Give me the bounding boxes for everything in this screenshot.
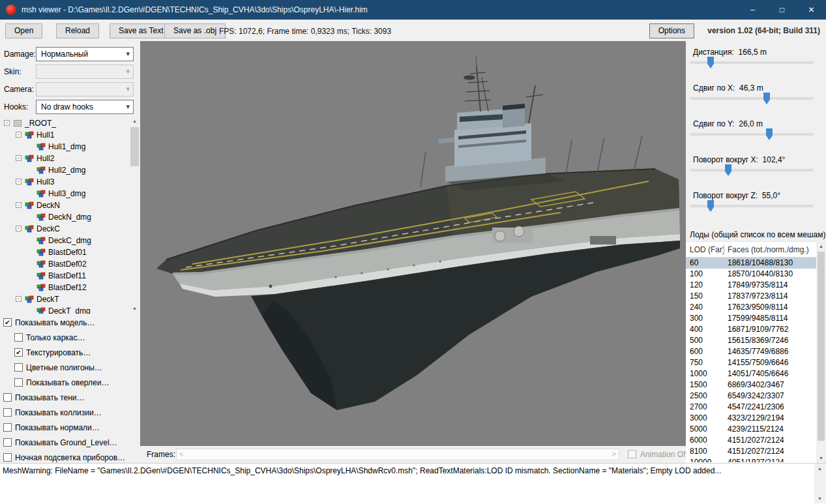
tree-item-deckt[interactable]: -DeckT (0, 293, 129, 305)
lod-table-row[interactable]: 30004323/2129/2194 (686, 413, 816, 424)
checkbox-night-instrument-lighting[interactable]: Ночная подсветка приборов… (0, 452, 140, 463)
faces-value: 4051/1927/2124 (728, 458, 784, 462)
checkbox-box[interactable] (14, 333, 23, 342)
collapse-toggle[interactable]: - (16, 202, 22, 208)
lod-table-row[interactable]: 100004051/1927/2124 (686, 457, 816, 462)
shift-x-slider-track[interactable] (690, 97, 814, 100)
checkbox-colored-polygons[interactable]: Цветные полигоны… (0, 363, 140, 373)
lod-table-row[interactable]: 50015615/8369/7246 (686, 335, 816, 346)
checkbox-label: Показывать Ground_Level… (15, 438, 117, 447)
lod-scrollbar[interactable]: ▲▼ (816, 241, 826, 463)
checkbox-box[interactable] (3, 453, 12, 462)
frames-scrollbar[interactable]: < > (176, 449, 619, 460)
lod-table-row[interactable]: 40016871/9109/7762 (686, 324, 816, 335)
lod-table-row[interactable]: 6018618/10488/8130 (686, 258, 816, 269)
collapse-toggle[interactable]: - (4, 120, 10, 126)
close-button[interactable]: ✕ (797, 0, 826, 20)
lod-table-row[interactable]: 24017623/9509/8114 (686, 302, 816, 313)
checkbox-box[interactable]: ✔ (14, 348, 23, 357)
lod-table-row[interactable]: 15017837/9723/8114 (686, 291, 816, 302)
shift-x-slider-thumb[interactable] (763, 93, 770, 104)
scroll-up-arrow[interactable]: ▲ (814, 464, 825, 473)
save-as-obj-button[interactable]: Save as .obj (164, 23, 226, 38)
checkbox-box[interactable] (3, 438, 12, 447)
distance-slider-thumb[interactable] (707, 57, 714, 68)
tree-item-hull3_dmg[interactable]: Hull3_dmg (0, 188, 129, 200)
shift-y-slider-track[interactable] (690, 133, 814, 136)
tree-item-blastdef12[interactable]: BlastDef12 (0, 282, 129, 293)
options-button[interactable]: Options (649, 23, 694, 38)
lod-table-row[interactable]: 10018570/10440/8130 (686, 269, 816, 280)
checkbox-box[interactable] (14, 378, 23, 387)
status-scrollbar[interactable]: ▲▼ (814, 464, 825, 503)
scroll-down-arrow[interactable]: ▼ (816, 453, 826, 463)
tree-item-blastdef02[interactable]: BlastDef02 (0, 258, 129, 270)
tree-item-hull2[interactable]: -Hull2 (0, 153, 129, 164)
checkbox-box[interactable] (628, 450, 636, 458)
checkbox-box[interactable] (3, 393, 12, 402)
tree-item-_root_[interactable]: -_ROOT_ (0, 117, 129, 129)
checkbox-box[interactable] (14, 363, 23, 372)
lod-table-row[interactable]: 100014051/7405/6646 (686, 368, 816, 379)
collapse-toggle[interactable]: - (16, 155, 22, 161)
viewport-3d[interactable] (140, 41, 686, 446)
checkbox-show-normals[interactable]: Показывать нормали… (0, 422, 140, 433)
tree-item-deckc[interactable]: -DeckC (0, 223, 129, 235)
frames-left-arrow[interactable]: < (179, 450, 183, 458)
checkbox-show-ground-level[interactable]: Показывать Ground_Level… (0, 437, 140, 448)
tree-scrollbar[interactable]: ▲▼ (129, 116, 140, 314)
lod-table-row[interactable]: 60004151/2027/2124 (686, 435, 816, 446)
scroll-down-arrow[interactable]: ▼ (814, 494, 825, 503)
collapse-toggle[interactable]: - (16, 296, 22, 302)
scroll-down-arrow[interactable]: ▼ (129, 304, 140, 314)
lod-table-row[interactable]: 60014635/7749/6886 (686, 346, 816, 357)
collapse-toggle[interactable]: - (16, 132, 22, 138)
checkbox-show-collisions[interactable]: Показывать коллизии… (0, 408, 140, 418)
lod-table-row[interactable]: 81004151/2027/2124 (686, 446, 816, 457)
checkbox-show-overlays[interactable]: Показывать оверлеи… (0, 378, 140, 388)
tree-item-deckt_dmg[interactable]: DeckT_dmg (0, 305, 129, 314)
rotate-z-slider-thumb[interactable] (707, 200, 714, 212)
maximize-button[interactable]: □ (767, 0, 797, 20)
checkbox-show-shadows[interactable]: Показывать тени… (0, 393, 140, 403)
tree-item-hull1_dmg[interactable]: Hull1_dmg (0, 141, 129, 153)
checkbox-box[interactable] (3, 423, 12, 432)
tree-item-deckn_dmg[interactable]: DeckN_dmg (0, 211, 129, 223)
lod-table-row[interactable]: 30017599/9485/8114 (686, 313, 816, 324)
lod-table-row[interactable]: 15006869/3402/3467 (686, 379, 816, 391)
scroll-up-arrow[interactable]: ▲ (129, 116, 140, 126)
save-as-text-button[interactable]: Save as Text (110, 23, 172, 38)
checkbox-texture[interactable]: ✔Текстурировать… (0, 348, 140, 358)
hooks-dropdown[interactable]: No draw hooks▾ (36, 100, 134, 114)
open-button[interactable]: Open (5, 23, 42, 38)
scroll-up-arrow[interactable]: ▲ (816, 241, 826, 251)
lod-table-row[interactable]: 50004239/2115/2124 (686, 424, 816, 435)
lod-table-row[interactable]: 25006549/3242/3307 (686, 391, 816, 402)
rotate-x-slider-thumb[interactable] (725, 164, 731, 176)
checkbox-show-model[interactable]: ✔Показывать модель… (0, 318, 140, 328)
lod-table-row[interactable]: 27004547/2241/2306 (686, 402, 816, 413)
reload-button[interactable]: Reload (56, 23, 99, 38)
damage-dropdown[interactable]: Нормальный▾ (36, 47, 134, 61)
tree-item-deckn[interactable]: -DeckN (0, 200, 129, 211)
tree-item-hull3[interactable]: -Hull3 (0, 176, 129, 188)
tree-item-deckc_dmg[interactable]: DeckC_dmg (0, 235, 129, 246)
tree-item-hull2_dmg[interactable]: Hull2_dmg (0, 164, 129, 176)
tree-item-label: BlastDef11 (48, 271, 86, 280)
lod-table-row[interactable]: 12017849/9735/8114 (686, 280, 816, 291)
scroll-thumb[interactable] (818, 252, 825, 441)
frames-right-arrow[interactable]: > (612, 450, 616, 458)
tree-item-blastdef01[interactable]: BlastDef01 (0, 246, 129, 258)
tree-item-blastdef11[interactable]: BlastDef11 (0, 270, 129, 282)
checkbox-box[interactable] (3, 408, 12, 417)
collapse-toggle[interactable]: - (16, 179, 22, 185)
collapse-toggle[interactable]: - (16, 226, 22, 231)
shift-y-slider-thumb[interactable] (766, 128, 773, 140)
rotate-x-slider-track[interactable] (690, 169, 814, 171)
checkbox-box[interactable]: ✔ (3, 318, 12, 327)
tree-item-hull1[interactable]: -Hull1 (0, 129, 129, 141)
minimize-button[interactable]: – (738, 0, 767, 20)
scroll-thumb[interactable] (130, 127, 139, 166)
checkbox-wireframe-only[interactable]: Только каркас… (0, 333, 140, 343)
lod-table-row[interactable]: 75014155/7509/6646 (686, 357, 816, 368)
